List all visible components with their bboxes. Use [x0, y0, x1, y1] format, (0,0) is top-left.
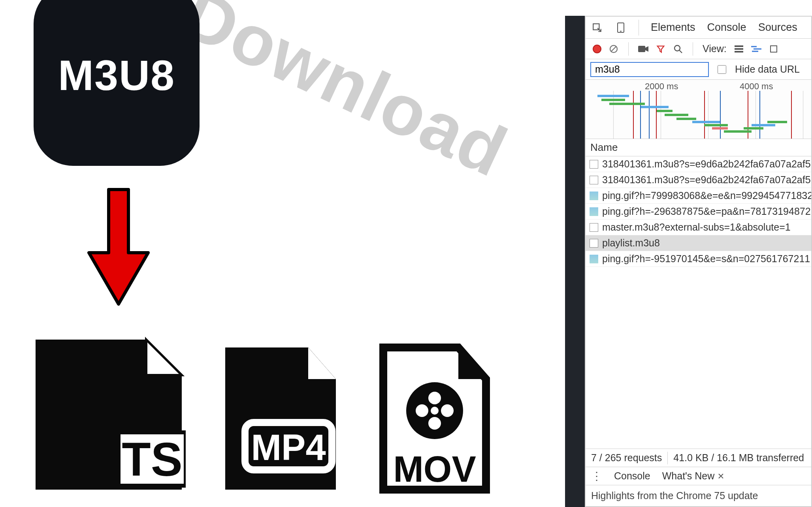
drawer-body: Highlights from the Chrome 75 update — [586, 485, 811, 506]
network-request-list: 318401361.m3u8?s=e9d6a2b242fa67a07a2af5 … — [586, 156, 811, 449]
drawer-body-text: Highlights from the Chrome 75 update — [591, 490, 758, 501]
network-toolbar: View: — [586, 39, 811, 59]
svg-text:TS: TS — [122, 433, 182, 486]
drawer-tab-console[interactable]: Console — [614, 470, 650, 482]
svg-point-6 — [428, 417, 441, 430]
svg-rect-21 — [735, 51, 743, 53]
tab-elements[interactable]: Elements — [651, 21, 695, 34]
svg-text:MP4: MP4 — [251, 427, 326, 468]
arrow-down-icon — [87, 186, 150, 308]
request-row[interactable]: ping.gif?h=-296387875&e=pa&n=78173194872 — [586, 204, 811, 220]
clear-icon[interactable] — [609, 44, 619, 54]
separator — [693, 42, 693, 56]
svg-line-15 — [611, 47, 616, 51]
tick-label-2000: 2000 ms — [645, 81, 678, 92]
request-name: 318401361.m3u8?s=e9d6a2b242fa67a07a2af5 — [602, 174, 811, 186]
waterfall-view-icon[interactable] — [751, 44, 761, 54]
svg-point-5 — [428, 392, 441, 404]
group-icon[interactable] — [769, 44, 779, 54]
drawer-tab-whatsnew-label: What's New — [662, 470, 715, 482]
svg-point-8 — [441, 404, 454, 417]
request-row[interactable]: ping.gif?h=-951970145&e=s&n=027561767211 — [586, 251, 811, 267]
filter-icon[interactable] — [656, 44, 666, 54]
separator — [639, 20, 639, 36]
svg-point-17 — [674, 45, 680, 51]
request-name: ping.gif?h=-296387875&e=pa&n=78173194872 — [602, 206, 811, 217]
svg-line-18 — [679, 50, 682, 53]
m3u8-badge: M3U8 — [34, 0, 200, 166]
promo-area: Download M3U8 TS MP4 — [0, 0, 565, 507]
tab-console[interactable]: Console — [707, 21, 746, 34]
svg-text:MOV: MOV — [393, 449, 476, 489]
request-name: master.m3u8?external-subs=1&absolute=1 — [602, 222, 791, 233]
doc-icon — [590, 176, 598, 184]
network-status-bar: 7 / 265 requests 41.0 KB / 16.1 MB trans… — [586, 449, 811, 467]
tick-label-4000: 4000 ms — [740, 81, 773, 92]
separator — [667, 452, 668, 464]
device-toolbar-icon[interactable] — [615, 22, 627, 34]
devtools-tab-bar: Elements Console Sources — [586, 17, 811, 39]
svg-rect-25 — [771, 46, 777, 52]
large-rows-icon[interactable] — [734, 44, 744, 54]
svg-rect-16 — [638, 46, 645, 52]
svg-rect-20 — [735, 48, 743, 50]
image-icon — [590, 255, 598, 263]
view-label: View: — [703, 43, 727, 54]
image-icon — [590, 207, 598, 216]
doc-icon — [590, 239, 598, 248]
inspect-element-icon[interactable] — [591, 22, 603, 34]
svg-point-9 — [431, 407, 439, 415]
request-row[interactable]: ping.gif?h=799983068&e=e&n=9929454771832 — [586, 188, 811, 204]
doc-icon — [590, 160, 598, 169]
drawer-tab-bar: ⋮ Console What's New × — [586, 467, 811, 485]
filter-input[interactable] — [590, 62, 709, 77]
image-icon — [590, 192, 598, 200]
request-row[interactable]: playlist.m3u8 — [586, 235, 811, 251]
status-requests: 7 / 265 requests — [591, 452, 662, 464]
network-filter-bar: Hide data URL — [586, 59, 811, 80]
record-icon[interactable] — [593, 45, 601, 53]
doc-icon — [590, 223, 598, 232]
svg-point-7 — [416, 404, 428, 417]
network-column-header[interactable]: Name — [586, 139, 811, 156]
ts-file-icon: TS — [32, 336, 186, 494]
download-watermark: Download — [171, 0, 519, 193]
status-transferred: 41.0 KB / 16.1 MB transferred — [673, 452, 804, 464]
column-name: Name — [590, 141, 618, 154]
kebab-icon[interactable]: ⋮ — [591, 469, 602, 483]
devtools-panel: Elements Console Sources View: — [585, 16, 812, 507]
request-name: ping.gif?h=-951970145&e=s&n=027561767211 — [602, 253, 810, 265]
hide-data-url-checkbox[interactable] — [718, 65, 726, 74]
search-icon[interactable] — [673, 44, 683, 54]
request-name: ping.gif?h=799983068&e=e&n=9929454771832 — [602, 190, 811, 201]
request-name: playlist.m3u8 — [602, 237, 660, 249]
hide-data-url-label: Hide data URL — [735, 64, 800, 75]
mp4-file-icon: MP4 — [217, 344, 344, 494]
file-format-icons: TS MP4 MOV — [32, 336, 494, 494]
page-dark-strip — [565, 16, 585, 507]
m3u8-badge-label: M3U8 — [58, 51, 175, 100]
request-row[interactable]: 318401361.m3u8?s=e9d6a2b242fa67a07a2af5 — [586, 172, 811, 188]
drawer-tab-whatsnew[interactable]: What's New × — [662, 470, 724, 483]
camera-icon[interactable] — [638, 44, 648, 54]
mov-file-icon: MOV — [375, 344, 494, 494]
request-row[interactable]: 318401361.m3u8?s=e9d6a2b242fa67a07a2af5 — [586, 156, 811, 172]
svg-rect-19 — [735, 45, 743, 47]
network-waterfall[interactable]: 2000 ms 4000 ms — [586, 80, 811, 139]
tab-sources[interactable]: Sources — [758, 21, 797, 34]
request-name: 318401361.m3u8?s=e9d6a2b242fa67a07a2af5 — [602, 158, 811, 170]
separator — [628, 42, 629, 56]
close-icon[interactable]: × — [718, 470, 724, 483]
request-row[interactable]: master.m3u8?external-subs=1&absolute=1 — [586, 220, 811, 235]
